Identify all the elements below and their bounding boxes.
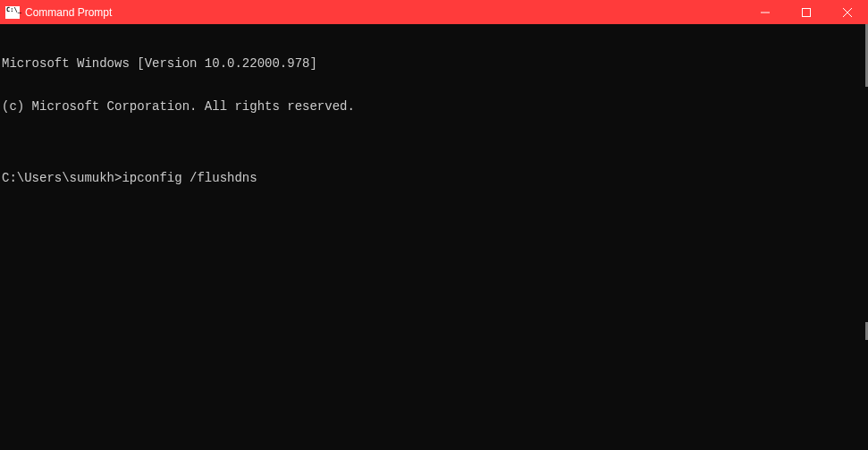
svg-rect-1 (803, 8, 811, 16)
terminal-command-input[interactable]: ipconfig /flushdns (122, 171, 257, 185)
minimize-button[interactable] (745, 0, 786, 24)
window-titlebar: Command Prompt (0, 0, 868, 24)
minimize-icon (761, 8, 770, 17)
terminal-area[interactable]: Microsoft Windows [Version 10.0.22000.97… (0, 24, 868, 450)
maximize-icon (802, 8, 811, 17)
close-button[interactable] (827, 0, 868, 24)
window-controls (745, 0, 868, 24)
terminal-prompt: C:\Users\sumukh> (2, 171, 122, 185)
window-title: Command Prompt (25, 6, 112, 19)
maximize-button[interactable] (786, 0, 827, 24)
terminal-output-line: Microsoft Windows [Version 10.0.22000.97… (2, 56, 866, 71)
close-icon (843, 8, 852, 17)
titlebar-left: Command Prompt (5, 6, 112, 19)
cmd-icon (5, 6, 20, 19)
terminal-output-line: (c) Microsoft Corporation. All rights re… (2, 99, 866, 114)
terminal-prompt-line: C:\Users\sumukh>ipconfig /flushdns (2, 171, 866, 185)
